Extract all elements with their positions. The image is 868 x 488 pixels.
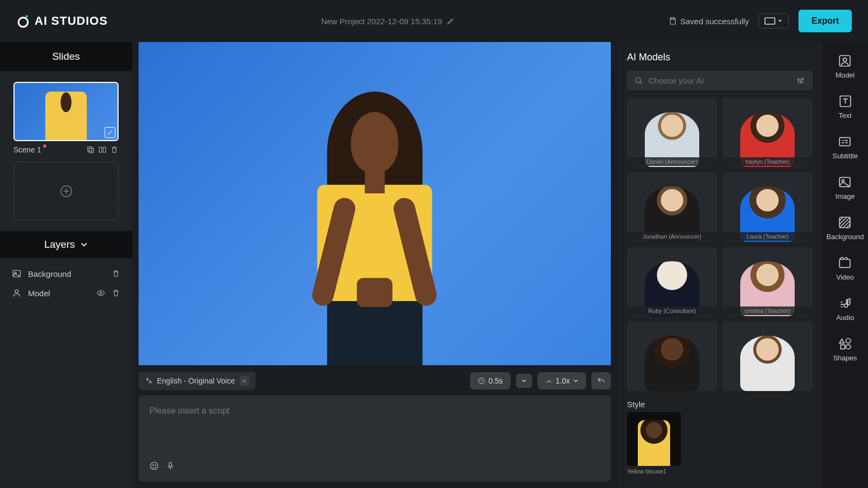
copy-icon[interactable] [86, 145, 95, 154]
svg-rect-25 [840, 137, 851, 145]
duration-label: 0.5s [488, 377, 502, 385]
slide-thumbnail[interactable] [13, 82, 119, 141]
model-card[interactable]: Jonathan (Announcer) [627, 172, 717, 241]
model-caption: Jonathan (Announcer) [627, 232, 717, 241]
layer-row-model[interactable]: Model [10, 285, 122, 301]
header-right: Saved successfully Export [669, 10, 852, 32]
close-icon[interactable]: ✕ [239, 376, 249, 386]
video-icon [838, 256, 852, 270]
tool-label: Video [836, 273, 854, 281]
canvas-model[interactable] [275, 74, 474, 365]
model-icon [838, 54, 852, 68]
duration-button[interactable]: 0.5s [470, 372, 510, 389]
left-sidebar: Slides Scene 1 [0, 42, 132, 488]
brand-text: AI STUDIOS [35, 14, 108, 28]
search-input[interactable] [649, 76, 791, 85]
tool-label: Subtittle [832, 152, 858, 160]
project-title[interactable]: New Project 2022-12-09 15:35:19 [108, 17, 669, 26]
undo-icon [597, 377, 605, 385]
svg-rect-2 [671, 18, 674, 19]
model-caption: Daniel (Announcer) [627, 157, 717, 166]
layers-header[interactable]: Layers [0, 231, 132, 258]
model-search[interactable] [627, 71, 812, 90]
tool-image[interactable]: Image [835, 175, 855, 200]
tool-model[interactable]: Model [836, 54, 855, 79]
trash-icon[interactable] [112, 269, 120, 278]
scene-label: Scene 1 [13, 145, 41, 154]
model-card[interactable]: Ruby (Consultant) [627, 247, 717, 316]
filter-icon[interactable] [796, 76, 805, 85]
svg-rect-31 [841, 345, 845, 349]
tool-label: Shapes [833, 354, 857, 362]
microphone-icon[interactable] [166, 461, 175, 471]
slides-header: Slides [0, 42, 132, 71]
trash-icon[interactable] [112, 289, 120, 297]
layer-label: Background [28, 269, 71, 278]
tool-label: Image [835, 192, 855, 200]
emoji-icon[interactable] [149, 461, 159, 471]
duration-dropdown[interactable] [516, 374, 532, 388]
export-button[interactable]: Export [798, 10, 852, 32]
add-slide-button[interactable] [13, 162, 119, 221]
model-card[interactable]: haylyn (Teacher) [722, 98, 812, 167]
logo-icon [16, 14, 30, 28]
right-panel: AI Models Daniel (Announcer) haylyn (Tea… [617, 42, 822, 488]
model-card[interactable]: Laura (Teacher) [722, 172, 812, 241]
model-card[interactable] [627, 322, 717, 391]
model-card[interactable] [722, 322, 812, 391]
svg-rect-4 [89, 148, 93, 152]
caret-down-icon [777, 18, 783, 24]
aspect-ratio-button[interactable] [759, 13, 789, 29]
panel-title: AI Models [627, 52, 812, 63]
tool-text[interactable]: Text [838, 94, 852, 120]
person-icon [12, 288, 22, 298]
model-card[interactable]: cristina (Teacher) [722, 247, 812, 316]
layer-label: Model [28, 289, 50, 298]
header: AI STUDIOS New Project 2022-12-09 15:35:… [0, 0, 868, 42]
svg-point-18 [636, 78, 640, 82]
search-icon [635, 76, 643, 85]
script-input[interactable]: Please insert a script [139, 395, 611, 482]
background-icon [838, 215, 852, 229]
project-title-text: New Project 2022-12-09 15:35:19 [321, 17, 442, 26]
save-status: Saved successfully [669, 17, 749, 26]
audio-icon [838, 296, 852, 310]
layers-title: Layers [44, 239, 75, 250]
style-thumbnail[interactable] [627, 412, 681, 466]
save-status-text: Saved successfully [680, 17, 749, 26]
tool-subtitle[interactable]: Subtittle [832, 135, 858, 160]
model-card[interactable]: Daniel (Announcer) [627, 98, 717, 167]
image-icon [838, 175, 852, 189]
layer-row-background[interactable]: Background [10, 266, 122, 282]
style-caption: Yellow blouse1 [627, 468, 812, 475]
undo-button[interactable] [591, 372, 611, 389]
logo: AI STUDIOS [16, 14, 108, 28]
svg-rect-5 [88, 147, 92, 151]
tool-label: Model [836, 71, 855, 79]
tool-audio[interactable]: Audio [836, 296, 854, 322]
speed-button[interactable]: 1.0x [538, 372, 586, 389]
aspect-icon [764, 17, 775, 25]
svg-point-16 [155, 465, 156, 466]
trash-icon[interactable] [110, 145, 119, 154]
svg-rect-29 [840, 260, 851, 268]
canvas[interactable] [139, 42, 611, 365]
tool-label: Background [826, 233, 864, 241]
tool-background[interactable]: Background [826, 215, 864, 241]
slide-preview-person [45, 92, 86, 140]
right-toolbar: Model Text Subtittle Image Background Vi… [822, 42, 868, 488]
shapes-icon [838, 337, 852, 351]
svg-rect-7 [103, 147, 106, 152]
slide-edit-icon[interactable] [105, 127, 115, 138]
tool-video[interactable]: Video [836, 256, 854, 281]
svg-point-15 [153, 465, 154, 466]
tool-shapes[interactable]: Shapes [833, 337, 857, 362]
split-icon[interactable] [98, 145, 107, 154]
style-section: Style Yellow blouse1 [627, 396, 812, 475]
model-caption: haylyn (Teacher) [722, 157, 812, 166]
language-chip[interactable]: English - Original Voice ✕ [139, 372, 256, 390]
models-grid: Daniel (Announcer) haylyn (Teacher) Jona… [627, 98, 812, 391]
save-icon [669, 17, 677, 25]
svg-point-30 [846, 338, 851, 343]
eye-icon[interactable] [97, 289, 105, 297]
